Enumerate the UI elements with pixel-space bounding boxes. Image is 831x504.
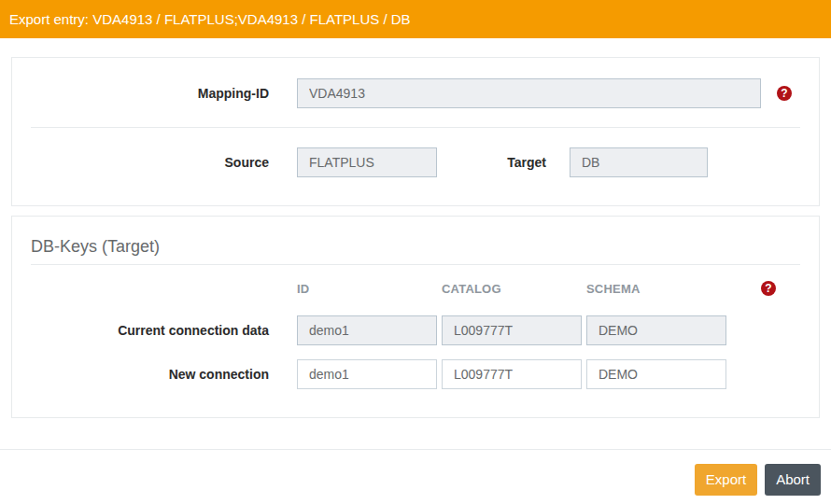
column-header-schema: SCHEMA [586,282,731,296]
abort-button[interactable]: Abort [765,464,821,496]
column-header-catalog: CATALOG [442,282,586,296]
column-header-id: ID [297,282,442,296]
db-keys-panel: DB-Keys (Target) ID CATALOG SCHEMA ? Cur… [11,216,820,418]
current-connection-row: Current connection data [31,315,800,345]
new-connection-label: New connection [31,359,269,389]
new-connection-row: New connection [31,359,800,389]
new-connection-catalog-input[interactable] [442,359,582,389]
current-connection-id-input [297,315,437,345]
page-title: Export entry: VDA4913 / FLATPLUS;VDA4913… [9,11,411,27]
divider [31,264,800,265]
db-keys-title: DB-Keys (Target) [31,235,800,259]
export-button[interactable]: Export [695,464,757,496]
window-title-bar: Export entry: VDA4913 / FLATPLUS;VDA4913… [0,0,831,38]
mapping-panel: Mapping-ID ? Source Target [11,57,820,206]
mapping-id-row: Mapping-ID ? [31,78,800,108]
mapping-id-label: Mapping-ID [31,78,269,108]
current-connection-label: Current connection data [31,315,269,345]
target-input [570,147,708,177]
question-circle-icon[interactable]: ? [761,281,776,296]
new-connection-id-input[interactable] [297,359,437,389]
source-input [297,147,437,177]
db-keys-column-headers: ID CATALOG SCHEMA ? [31,281,800,296]
mapping-id-input [297,78,761,108]
question-circle-icon[interactable]: ? [777,86,792,101]
current-connection-schema-input [586,315,726,345]
footer-actions: Export Abort [0,450,831,496]
source-target-row: Source Target [31,147,800,177]
source-label: Source [31,147,269,177]
new-connection-schema-input[interactable] [586,359,726,389]
divider [31,127,800,128]
current-connection-catalog-input [442,315,582,345]
target-label: Target [442,147,546,177]
